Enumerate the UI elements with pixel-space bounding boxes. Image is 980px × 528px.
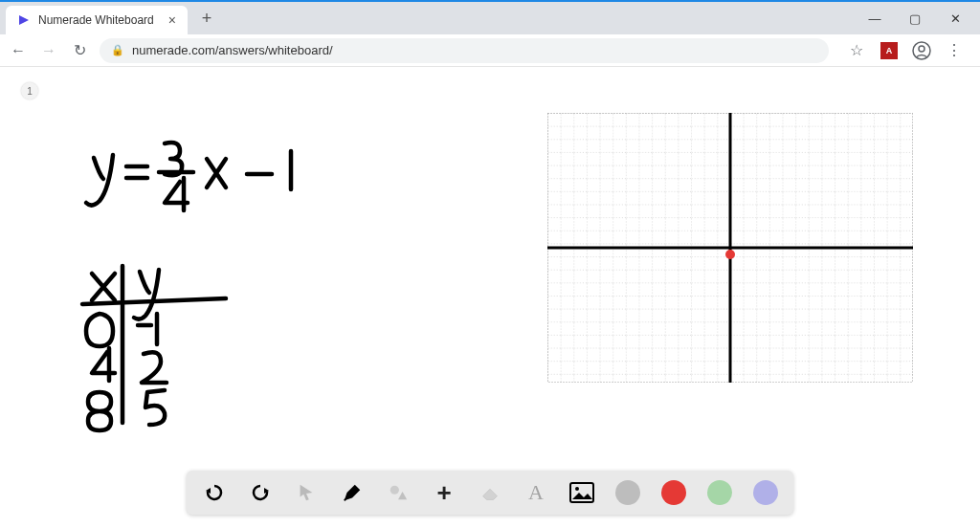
add-button[interactable]: + [432,480,457,505]
image-tool[interactable] [569,480,594,505]
url-text: numerade.com/answers/whiteboard/ [132,43,333,57]
favicon-icon [17,13,31,27]
svg-point-12 [575,487,579,491]
tab-strip: Numerade Whiteboard × + — ▢ ✕ [0,2,980,34]
svg-point-9 [390,486,399,495]
svg-marker-10 [398,492,407,499]
coordinate-grid[interactable] [547,113,913,383]
pen-tool[interactable] [340,480,365,505]
redo-button[interactable] [248,480,273,505]
whiteboard-page: 1 [0,67,980,528]
tab-title: Numerade Whiteboard [38,13,154,27]
lock-icon: 🔒 [111,44,124,56]
text-tool[interactable]: A [523,480,548,505]
pdf-extension-icon[interactable]: A [879,40,900,61]
color-purple[interactable] [753,480,778,505]
window-controls: — ▢ ✕ [856,4,980,33]
pointer-tool[interactable] [294,480,319,505]
bookmark-star-icon[interactable]: ☆ [846,40,867,61]
color-red[interactable] [661,480,686,505]
tab-close-icon[interactable]: × [168,12,176,28]
maximize-button[interactable]: ▢ [896,4,934,33]
svg-point-2 [919,46,924,52]
address-bar: ← → ↻ 🔒 numerade.com/answers/whiteboard/… [0,34,980,67]
svg-marker-0 [19,15,29,25]
browser-tab[interactable]: Numerade Whiteboard × [6,6,188,34]
browser-chrome: Numerade Whiteboard × + — ▢ ✕ ← → ↻ 🔒 nu… [0,0,980,67]
profile-icon[interactable] [911,40,932,61]
new-tab-button[interactable]: + [193,5,220,32]
minimize-button[interactable]: — [856,4,894,33]
undo-button[interactable] [202,480,227,505]
whiteboard-toolbar: + A [187,471,793,515]
color-green[interactable] [707,480,732,505]
kebab-menu-icon[interactable]: ⋮ [944,40,965,61]
color-gray[interactable] [615,480,640,505]
reload-button[interactable]: ↻ [69,40,90,61]
eraser-tool[interactable] [478,480,502,505]
back-button[interactable]: ← [8,40,29,61]
url-field[interactable]: 🔒 numerade.com/answers/whiteboard/ [100,38,829,63]
forward-button[interactable]: → [38,40,59,61]
origin-point [725,250,735,259]
shapes-tool[interactable] [386,480,411,505]
close-window-button[interactable]: ✕ [936,4,974,33]
